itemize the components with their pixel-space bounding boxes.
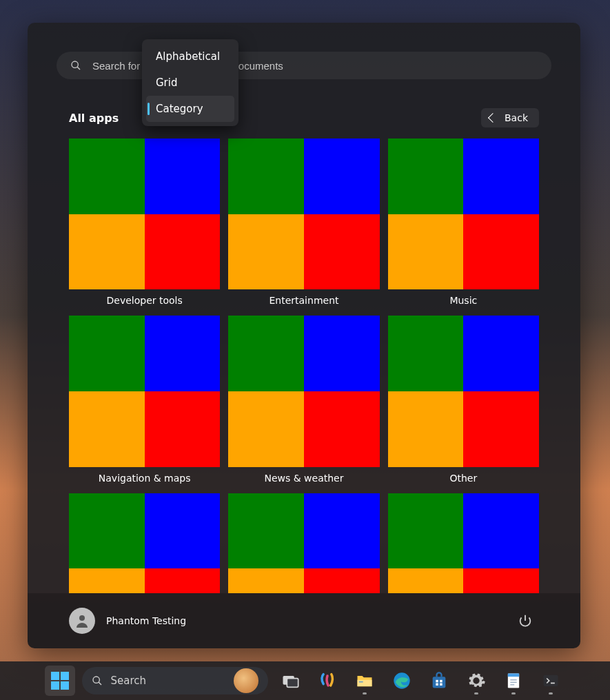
category-item[interactable] <box>228 493 379 593</box>
category-label: Developer tools <box>107 295 183 306</box>
gear-icon <box>467 671 486 690</box>
avatar <box>69 608 95 634</box>
store-icon <box>429 671 449 690</box>
svg-rect-13 <box>436 683 438 686</box>
windows-logo-icon <box>51 672 69 690</box>
svg-line-1 <box>77 67 80 70</box>
taskbar-search-label: Search <box>111 675 225 687</box>
svg-rect-11 <box>436 680 438 683</box>
search-highlight-icon <box>234 668 258 693</box>
taskbar-notepad[interactable] <box>498 666 529 696</box>
notepad-icon <box>504 671 523 690</box>
person-icon <box>74 612 90 629</box>
start-menu: All apps Back Developer toolsEntertainme… <box>28 23 580 648</box>
start-footer: Phantom Testing <box>28 593 580 648</box>
sort-option[interactable]: Category <box>146 96 234 122</box>
category-label: Other <box>449 473 477 484</box>
edge-icon <box>392 671 411 690</box>
category-grid-area: Developer toolsEntertainmentMusicNavigat… <box>28 127 580 593</box>
svg-rect-7 <box>357 680 372 686</box>
sort-option[interactable]: Alphabetical <box>146 43 234 70</box>
category-item[interactable]: Other <box>388 316 539 483</box>
category-tile-icon <box>69 138 220 289</box>
all-apps-title: All apps <box>69 112 119 125</box>
search-row <box>28 23 580 79</box>
svg-line-4 <box>99 682 101 685</box>
category-tile-icon <box>69 316 220 466</box>
copilot-icon <box>318 671 337 690</box>
task-view-icon <box>281 671 300 690</box>
category-tile-icon <box>388 493 539 593</box>
category-label: Entertainment <box>269 295 338 306</box>
taskbar-task-view[interactable] <box>275 666 305 696</box>
allapps-header: All apps Back <box>28 88 580 127</box>
category-tile-icon <box>228 493 379 593</box>
svg-rect-20 <box>543 675 558 686</box>
chevron-left-icon <box>488 113 498 123</box>
folder-icon <box>355 671 374 690</box>
category-label: Navigation & maps <box>99 473 191 484</box>
category-item[interactable]: Navigation & maps <box>69 316 220 483</box>
svg-point-2 <box>79 615 85 621</box>
category-item[interactable]: News & weather <box>228 316 379 483</box>
category-tile-icon <box>388 138 539 289</box>
category-tile-icon <box>228 138 379 289</box>
sort-flyout: AlphabeticalGridCategory <box>142 39 238 126</box>
category-item[interactable] <box>388 493 539 593</box>
back-button[interactable]: Back <box>481 108 539 127</box>
taskbar-copilot[interactable] <box>312 666 343 696</box>
taskbar-microsoft-store[interactable] <box>424 666 454 696</box>
category-item[interactable]: Entertainment <box>228 138 379 306</box>
taskbar-terminal[interactable] <box>536 666 566 696</box>
svg-point-0 <box>72 61 78 68</box>
taskbar-settings[interactable] <box>461 666 491 696</box>
svg-point-3 <box>93 677 99 683</box>
category-item[interactable]: Music <box>388 138 539 306</box>
sort-option[interactable]: Grid <box>146 70 234 96</box>
taskbar-file-explorer[interactable] <box>349 666 380 696</box>
category-label: News & weather <box>264 473 343 484</box>
category-label: Music <box>449 295 477 306</box>
taskbar: Search <box>0 661 610 700</box>
taskbar-start-button[interactable] <box>45 666 75 696</box>
svg-rect-8 <box>358 681 363 682</box>
power-icon <box>518 613 533 628</box>
svg-rect-6 <box>287 679 298 688</box>
search-icon <box>70 60 81 71</box>
search-icon <box>92 675 103 686</box>
svg-rect-12 <box>440 680 443 683</box>
category-tile-icon <box>69 493 220 593</box>
category-item[interactable]: Developer tools <box>69 138 220 306</box>
svg-rect-16 <box>507 674 518 677</box>
taskbar-edge[interactable] <box>387 666 417 696</box>
search-box[interactable] <box>57 52 551 79</box>
back-label: Back <box>505 112 528 123</box>
terminal-icon <box>541 671 560 690</box>
user-name: Phantom Testing <box>106 615 186 626</box>
category-tile-icon <box>228 316 379 466</box>
power-button[interactable] <box>511 607 539 635</box>
svg-rect-10 <box>432 677 445 688</box>
taskbar-search[interactable]: Search <box>82 667 268 694</box>
user-account-button[interactable]: Phantom Testing <box>69 608 186 634</box>
category-item[interactable] <box>69 493 220 593</box>
category-tile-icon <box>388 316 539 466</box>
svg-rect-14 <box>440 683 443 686</box>
